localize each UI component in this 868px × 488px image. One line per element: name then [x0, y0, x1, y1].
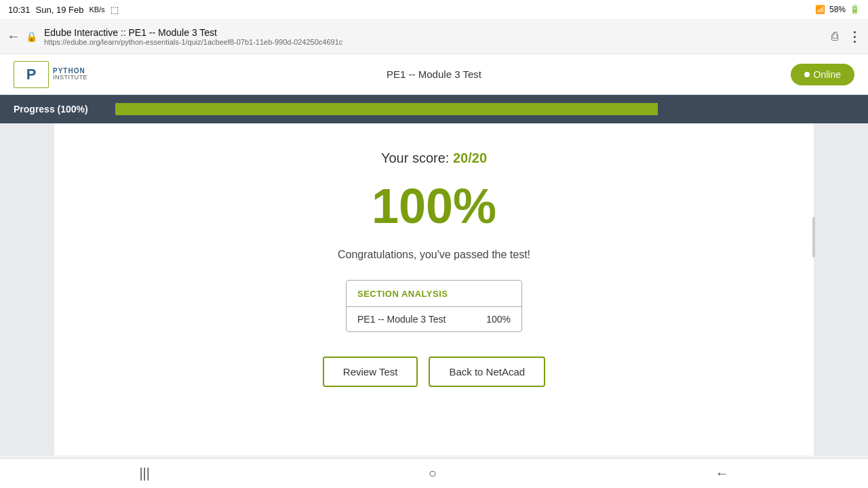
battery-icon: 🔋: [850, 5, 860, 14]
section-name: PE1 -- Module 3 Test: [357, 314, 446, 325]
browser-url: https://edube.org/learn/python-essential…: [44, 38, 825, 46]
score-line: Your score: 20/20: [381, 150, 487, 166]
browser-back-button[interactable]: ←: [7, 28, 20, 44]
score-value: 20/20: [453, 150, 487, 165]
section-analysis-header: SECTION ANALYSIS: [347, 281, 521, 307]
network-icon: KB/s: [89, 5, 104, 14]
nav-back-icon[interactable]: ←: [715, 466, 729, 481]
browser-bar: ← 🔒 Edube Interactive :: PE1 -- Module 3…: [0, 19, 868, 54]
progress-label: Progress (100%): [14, 104, 102, 115]
score-prefix: Your score:: [381, 150, 453, 165]
logo-p-letter: P: [26, 66, 37, 83]
logo-text: PYTHON INSTITUTE: [53, 67, 87, 81]
section-analysis-box: SECTION ANALYSIS PE1 -- Module 3 Test 10…: [346, 280, 522, 332]
back-to-netacad-button[interactable]: Back to NetAcad: [429, 357, 545, 387]
main-content: Your score: 20/20 100% Congratulations, …: [54, 123, 814, 455]
review-test-button[interactable]: Review Test: [323, 357, 418, 387]
section-analysis-row: PE1 -- Module 3 Test 100%: [347, 307, 521, 331]
share-icon[interactable]: ⎙: [831, 30, 838, 43]
percentage-display: 100%: [372, 178, 496, 234]
logo-bottom-text: INSTITUTE: [53, 75, 87, 81]
browser-menu-icon[interactable]: ⋮: [848, 28, 861, 45]
date-display: Sun, 19 Feb: [36, 5, 84, 15]
buttons-row: Review Test Back to NetAcad: [323, 357, 545, 387]
address-block: Edube Interactive :: PE1 -- Module 3 Tes…: [44, 27, 825, 46]
progress-fill: [115, 103, 658, 115]
nav-menu-icon[interactable]: |||: [139, 466, 150, 481]
time-display: 10:31: [8, 5, 31, 15]
screen-icon: ⬚: [111, 5, 119, 15]
wifi-icon: 📶: [815, 5, 825, 14]
logo-box: P: [14, 61, 49, 88]
section-analysis-title: SECTION ANALYSIS: [357, 289, 448, 299]
online-label: Online: [814, 69, 841, 80]
battery-display: 58%: [829, 5, 846, 14]
app-header: P PYTHON INSTITUTE PE1 -- Module 3 Test …: [0, 54, 868, 95]
section-score: 100%: [486, 314, 511, 325]
online-button[interactable]: Online: [791, 64, 854, 85]
bottom-nav: ||| ○ ←: [0, 458, 868, 488]
nav-home-icon[interactable]: ○: [429, 466, 437, 481]
browser-title: Edube Interactive :: PE1 -- Module 3 Tes…: [44, 27, 825, 38]
scrollbar[interactable]: [812, 217, 815, 258]
logo-area: P PYTHON INSTITUTE: [14, 61, 87, 88]
progress-bar-area: Progress (100%): [0, 95, 868, 123]
header-title: PE1 -- Module 3 Test: [387, 68, 481, 80]
lock-icon: 🔒: [26, 31, 37, 42]
online-dot: [804, 72, 810, 77]
outer-content: Your score: 20/20 100% Congratulations, …: [0, 123, 868, 455]
status-bar: 10:31 Sun, 19 Feb KB/s ⬚ 📶 58% 🔋: [0, 0, 868, 19]
progress-track: [115, 103, 658, 115]
congrats-text: Congratulations, you've passed the test!: [338, 249, 530, 261]
